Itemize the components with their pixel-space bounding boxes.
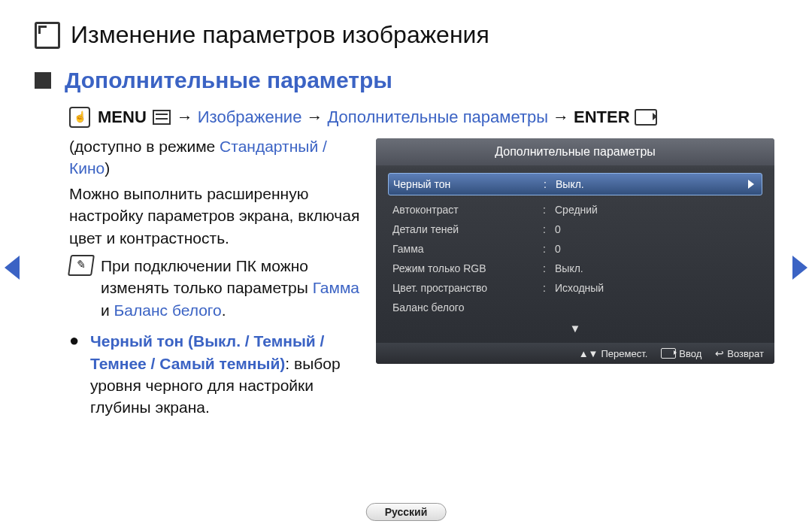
osd-row[interactable]: Режим только RGB:Выкл. (392, 259, 758, 278)
osd-row[interactable]: Автоконтраст:Средний (392, 200, 758, 220)
enter-icon (635, 109, 657, 126)
arrow-icon: → (177, 108, 193, 127)
osd-row[interactable]: Детали теней:0 (392, 220, 758, 239)
osd-row[interactable]: Гамма:0 (392, 239, 758, 259)
book-icon (35, 22, 60, 49)
arrow-icon: → (306, 108, 323, 127)
prev-page-button[interactable] (5, 256, 20, 280)
osd-title: Дополнительные параметры (376, 138, 774, 165)
footer-enter: Ввод (679, 348, 701, 359)
bullet-text: Черный тон (Выкл. / Темный / Темнее / Са… (90, 330, 362, 419)
arrow-icon: → (553, 108, 569, 127)
language-pill[interactable]: Русский (366, 503, 447, 521)
menu-icon (153, 110, 171, 125)
osd-row-selected[interactable]: Черный тон:Выкл. (388, 173, 762, 195)
note-text: При подключении ПК можно изменять только… (101, 255, 362, 321)
enter-label: ENTER (574, 108, 630, 127)
next-page-button[interactable] (792, 256, 807, 280)
osd-footer: ▲▼Перемест. Ввод ↩Возврат (376, 343, 774, 364)
more-indicator-icon: ▼ (392, 322, 758, 335)
menu-label: MENU (98, 108, 147, 127)
chevron-right-icon (748, 180, 754, 189)
bullet-icon: ● (69, 330, 90, 419)
updown-icon: ▲▼ (579, 348, 598, 359)
menu-path: ☝ MENU → Изображение → Дополнительные па… (69, 107, 657, 128)
hand-icon: ☝ (69, 107, 90, 128)
osd-panel: Дополнительные параметры Черный тон:Выкл… (376, 138, 774, 364)
return-icon: ↩ (715, 347, 724, 359)
section-heading: Дополнительные параметры (65, 68, 392, 93)
osd-body: Черный тон:Выкл. Автоконтраст:Средний Де… (376, 165, 774, 335)
footer-move: Перемест. (601, 348, 647, 359)
note-icon: ✎ (68, 255, 95, 276)
osd-row[interactable]: Баланс белого (392, 298, 758, 317)
intro-text: Можно выполнить расширенную настройку па… (69, 183, 362, 249)
path-segment: Изображение (198, 108, 302, 127)
square-bullet-icon (35, 72, 51, 89)
footer-return: Возврат (727, 348, 764, 359)
availability-note: (доступно в режиме Стандартный / Кино) (69, 135, 362, 180)
enter-icon (661, 348, 676, 359)
osd-row[interactable]: Цвет. пространство:Исходный (392, 278, 758, 298)
page-title: Изменение параметров изображения (71, 21, 489, 49)
path-segment: Дополнительные параметры (327, 108, 548, 127)
